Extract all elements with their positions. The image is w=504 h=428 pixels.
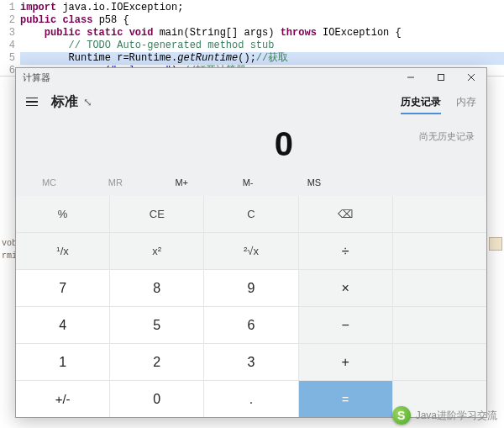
watermark: S Java进阶学习交流 (392, 406, 497, 425)
keep-on-top-icon[interactable]: ⤡ (83, 96, 92, 108)
key-blank-r3 (393, 270, 486, 306)
key-blank-r1 (393, 196, 486, 232)
line-number: 4 (0, 40, 20, 52)
keypad: % CE C ⌫ ¹/x x² ²√x ÷ 7 8 9 × 4 5 6 − 1 … (16, 196, 486, 417)
calculator-window: 计算器 标准 ⤡ 历史记录 内存 尚无历史记录 0 MC MR M+ M- (15, 67, 487, 418)
key-1[interactable]: 1 (16, 344, 109, 380)
code-line[interactable]: 3 public static void main(String[] args)… (0, 27, 504, 40)
key-blank-r5 (393, 344, 486, 380)
display-row: 0 (16, 117, 486, 171)
close-button[interactable] (456, 68, 486, 87)
maximize-button[interactable] (426, 68, 456, 87)
code-line[interactable]: 1import java.io.IOException; (0, 2, 504, 14)
watermark-logo-icon: S (392, 406, 411, 425)
code-content[interactable]: public static void main(String[] args) t… (20, 27, 504, 40)
key-backspace[interactable]: ⌫ (299, 196, 392, 232)
watermark-text: Java进阶学习交流 (416, 409, 497, 423)
line-number: 1 (0, 2, 20, 14)
memory-mplus[interactable]: M+ (149, 177, 215, 188)
code-content[interactable]: Runtime r=Runtime.getRuntime();//获取 (20, 52, 504, 65)
key-2[interactable]: 2 (110, 344, 203, 380)
key-blank-r4 (393, 307, 486, 343)
mode-row: 标准 ⤡ 历史记录 内存 (16, 87, 486, 117)
code-line[interactable]: 5 Runtime r=Runtime.getRuntime();//获取 (0, 52, 504, 65)
key-square[interactable]: x² (110, 233, 203, 269)
line-number: 3 (0, 27, 20, 40)
key-5[interactable]: 5 (110, 307, 203, 343)
memory-row: MC MR M+ M- MS (16, 171, 486, 194)
key-reciprocal[interactable]: ¹/x (16, 233, 109, 269)
code-content[interactable]: // TODO Auto-generated method stub (20, 40, 504, 52)
key-subtract[interactable]: − (299, 307, 392, 343)
history-empty-label: 尚无历史记录 (419, 130, 475, 143)
memory-mr[interactable]: MR (82, 177, 149, 188)
key-9[interactable]: 9 (204, 270, 297, 306)
key-sign[interactable]: +/- (16, 381, 109, 417)
line-number: 2 (0, 14, 20, 27)
key-blank-r2 (393, 233, 486, 269)
memory-mc[interactable]: MC (16, 177, 82, 188)
code-content[interactable]: import java.io.IOException; (20, 2, 504, 14)
memory-mminus[interactable]: M- (215, 177, 281, 188)
key-divide[interactable]: ÷ (299, 233, 392, 269)
window-titlebar[interactable]: 计算器 (16, 68, 486, 87)
tab-history[interactable]: 历史记录 (401, 95, 441, 109)
code-line[interactable]: 4 // TODO Auto-generated method stub (0, 40, 504, 52)
key-ce[interactable]: CE (110, 196, 203, 232)
display-value: 0 (275, 125, 293, 163)
window-title: 计算器 (16, 71, 396, 84)
key-0[interactable]: 0 (110, 381, 203, 417)
key-6[interactable]: 6 (204, 307, 297, 343)
hamburger-menu-button[interactable] (26, 98, 43, 107)
key-dot[interactable]: . (204, 381, 297, 417)
minimize-icon (407, 73, 415, 82)
key-c[interactable]: C (204, 196, 297, 232)
window-controls (396, 68, 486, 87)
memory-ms[interactable]: MS (281, 177, 348, 188)
mode-title: 标准 (51, 93, 78, 111)
key-add[interactable]: + (299, 344, 392, 380)
tab-memory[interactable]: 内存 (456, 95, 476, 109)
maximize-icon (437, 73, 445, 82)
key-equals[interactable]: = (299, 381, 392, 417)
svg-rect-1 (438, 75, 444, 81)
key-4[interactable]: 4 (16, 307, 109, 343)
key-sqrt[interactable]: ²√x (204, 233, 297, 269)
line-number: 5 (0, 52, 20, 65)
key-7[interactable]: 7 (16, 270, 109, 306)
close-icon (467, 73, 475, 82)
key-multiply[interactable]: × (299, 270, 392, 306)
minimize-button[interactable] (396, 68, 426, 87)
key-3[interactable]: 3 (204, 344, 297, 380)
code-line[interactable]: 2public class p58 { (0, 14, 504, 27)
key-percent[interactable]: % (16, 196, 109, 232)
code-content[interactable]: public class p58 { (20, 14, 504, 27)
key-8[interactable]: 8 (110, 270, 203, 306)
